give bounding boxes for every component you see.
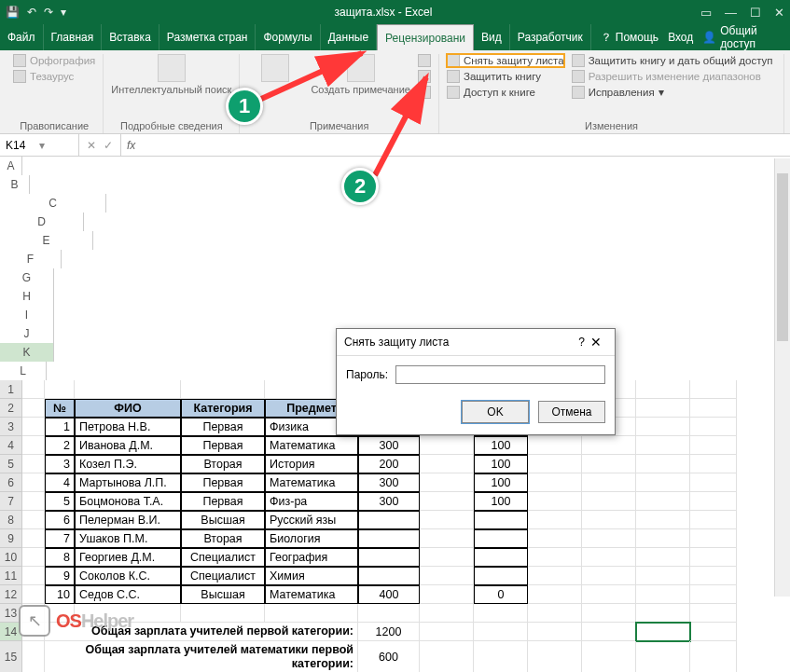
cancel-formula-icon[interactable]: ✕ [87, 139, 96, 152]
cell[interactable] [636, 418, 690, 436]
cell[interactable]: Седов С.С. [75, 585, 181, 604]
cell[interactable]: 1200 [358, 623, 420, 641]
protect-share-button[interactable]: Защитить книгу и дать общий доступ [572, 54, 773, 67]
row-header[interactable]: 5 [0, 455, 22, 473]
cell[interactable] [22, 418, 45, 436]
cell[interactable]: 600 [358, 641, 420, 672]
cell[interactable] [690, 604, 737, 623]
cell[interactable] [528, 473, 582, 492]
cell[interactable]: Пелерман В.И. [75, 511, 181, 529]
cell[interactable]: Математика [265, 585, 358, 604]
col-header[interactable]: D [0, 213, 84, 231]
cell[interactable] [636, 548, 690, 567]
row-header[interactable]: 11 [0, 567, 22, 585]
col-header[interactable]: E [0, 231, 93, 250]
login-button[interactable]: Вход [668, 31, 693, 44]
cell[interactable] [22, 455, 45, 473]
cell[interactable]: Первая [181, 418, 265, 436]
cell[interactable] [420, 585, 474, 604]
cell[interactable] [636, 623, 690, 641]
col-header[interactable]: L [0, 362, 47, 380]
delete-comment-button[interactable] [418, 54, 431, 67]
cell[interactable] [690, 511, 737, 529]
cell[interactable] [22, 380, 45, 399]
cell[interactable]: 100 [474, 492, 528, 511]
cell[interactable] [582, 473, 636, 492]
redo-icon[interactable]: ↷ [44, 6, 53, 19]
cell[interactable]: 2 [45, 436, 75, 455]
row-header[interactable]: 15 [0, 641, 22, 672]
cell[interactable]: 10 [45, 585, 75, 604]
cell[interactable]: 8 [45, 548, 75, 567]
col-header[interactable]: G [0, 268, 54, 287]
cell[interactable] [636, 529, 690, 548]
cell[interactable]: 4 [45, 473, 75, 492]
cell[interactable] [420, 511, 474, 529]
tab-developer[interactable]: Разработчик [510, 24, 591, 50]
cell[interactable]: 100 [474, 436, 528, 455]
cell[interactable]: 100 [474, 455, 528, 473]
fx-icon[interactable]: fx [121, 139, 141, 152]
cell[interactable]: 200 [358, 455, 420, 473]
cell[interactable]: Высшая [181, 511, 265, 529]
cell[interactable] [582, 455, 636, 473]
help-button[interactable]: ？Помощь [601, 30, 658, 46]
row-header[interactable]: 2 [0, 399, 22, 418]
cell[interactable] [22, 399, 45, 418]
col-header[interactable]: A [0, 157, 22, 175]
row-header[interactable]: 1 [0, 380, 22, 399]
cell[interactable] [636, 492, 690, 511]
cell[interactable]: Петрова Н.В. [75, 418, 181, 436]
cell[interactable] [636, 604, 690, 623]
row-header[interactable]: 3 [0, 418, 22, 436]
cell[interactable]: 400 [358, 585, 420, 604]
cell[interactable] [582, 623, 636, 641]
col-header[interactable]: C [0, 194, 106, 213]
cell[interactable] [420, 455, 474, 473]
cancel-button[interactable]: Отмена [538, 401, 605, 423]
unprotect-sheet-button[interactable]: Снять защиту листа [447, 54, 564, 67]
cell[interactable]: 9 [45, 567, 75, 585]
cell[interactable]: Химия [265, 567, 358, 585]
summary-label[interactable]: Общая зарплата учителей математики перво… [45, 641, 358, 672]
cell[interactable] [420, 567, 474, 585]
minimize-icon[interactable]: — [725, 6, 737, 20]
row-header[interactable]: 12 [0, 585, 22, 604]
ribbon-options-icon[interactable]: ▭ [700, 6, 712, 20]
cell[interactable]: Математика [265, 473, 358, 492]
cell[interactable] [75, 380, 181, 399]
cell[interactable] [636, 585, 690, 604]
cell[interactable]: № [45, 399, 75, 418]
cell[interactable] [690, 399, 737, 418]
cell[interactable] [636, 399, 690, 418]
cell[interactable] [181, 604, 265, 623]
cell[interactable] [690, 567, 737, 585]
maximize-icon[interactable]: ☐ [750, 6, 761, 20]
cell[interactable] [582, 604, 636, 623]
cell[interactable] [22, 529, 45, 548]
cell[interactable] [22, 641, 45, 672]
cell[interactable] [420, 604, 474, 623]
cell[interactable] [474, 529, 528, 548]
tab-insert[interactable]: Вставка [102, 24, 159, 50]
cell[interactable] [22, 548, 45, 567]
cell[interactable] [636, 455, 690, 473]
col-header[interactable]: H [0, 287, 54, 306]
qat-customize-icon[interactable]: ▾ [61, 6, 66, 19]
cell[interactable]: Высшая [181, 585, 265, 604]
cell[interactable] [528, 548, 582, 567]
cell[interactable]: 300 [358, 473, 420, 492]
cell[interactable]: Мартынова Л.П. [75, 473, 181, 492]
undo-icon[interactable]: ↶ [27, 6, 36, 19]
thesaurus-button[interactable]: Тезаурус [13, 70, 95, 83]
cell[interactable] [358, 529, 420, 548]
cell[interactable] [636, 473, 690, 492]
cell[interactable] [636, 567, 690, 585]
cell[interactable] [528, 529, 582, 548]
cell[interactable] [582, 529, 636, 548]
cell[interactable] [420, 641, 474, 672]
cell[interactable] [420, 548, 474, 567]
cell[interactable] [690, 418, 737, 436]
cell[interactable]: 6 [45, 511, 75, 529]
row-header[interactable]: 6 [0, 473, 22, 492]
